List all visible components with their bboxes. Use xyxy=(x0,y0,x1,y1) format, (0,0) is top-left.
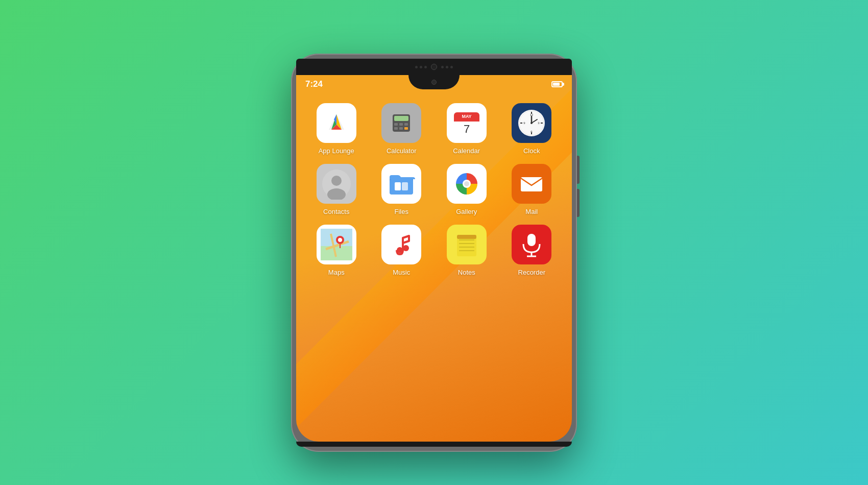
notch xyxy=(408,75,460,89)
svg-rect-11 xyxy=(394,127,398,130)
app-item-clock[interactable]: 12 3 6 9 Clock xyxy=(502,103,562,155)
volume-down-button[interactable] xyxy=(577,189,580,217)
svg-point-31 xyxy=(531,122,533,124)
svg-rect-49 xyxy=(321,229,352,246)
app-icon-recorder xyxy=(512,225,551,264)
phone-top-bar xyxy=(296,59,572,75)
svg-point-53 xyxy=(338,238,342,242)
app-item-files[interactable]: Files xyxy=(372,164,432,215)
svg-rect-45 xyxy=(521,177,542,191)
app-icon-mail xyxy=(512,164,551,204)
app-icon-music xyxy=(381,225,421,264)
svg-rect-8 xyxy=(394,123,398,126)
app-label-contacts: Contacts xyxy=(323,208,349,215)
app-item-calendar[interactable]: MAY 7 Calendar xyxy=(437,103,497,155)
app-icon-app-lounge xyxy=(317,103,356,143)
app-item-maps[interactable]: Maps xyxy=(306,225,367,276)
svg-rect-55 xyxy=(385,229,417,260)
app-label-calculator: Calculator xyxy=(387,147,417,155)
svg-text:7: 7 xyxy=(464,123,470,135)
svg-rect-13 xyxy=(404,127,408,130)
battery-icon xyxy=(551,81,563,87)
front-camera xyxy=(431,64,437,70)
svg-text:MAY: MAY xyxy=(462,114,471,119)
svg-point-57 xyxy=(403,245,409,251)
app-grid: App Lounge Ca xyxy=(306,103,562,276)
svg-point-41 xyxy=(464,181,469,186)
phone-bottom-bar xyxy=(296,442,572,447)
app-label-recorder: Recorder xyxy=(518,269,545,276)
svg-rect-38 xyxy=(402,182,408,190)
svg-rect-64 xyxy=(457,235,476,239)
app-item-gallery[interactable]: Gallery xyxy=(437,164,497,215)
app-label-calendar: Calendar xyxy=(453,147,480,155)
app-icon-calendar: MAY 7 xyxy=(447,103,487,143)
app-label-mail: Mail xyxy=(525,208,538,215)
svg-rect-10 xyxy=(404,123,408,126)
volume-up-button[interactable] xyxy=(577,156,580,184)
status-time: 7:24 xyxy=(305,79,323,89)
app-icon-clock: 12 3 6 9 xyxy=(512,103,551,143)
status-icons xyxy=(551,81,563,87)
speaker-grille xyxy=(415,66,427,68)
phone-device: 7:24 xyxy=(291,54,577,452)
svg-rect-37 xyxy=(395,182,401,190)
app-label-app-lounge: App Lounge xyxy=(319,147,354,155)
app-item-app-lounge[interactable]: App Lounge xyxy=(306,103,367,155)
app-icon-files xyxy=(381,164,421,204)
svg-rect-12 xyxy=(399,127,403,130)
app-label-maps: Maps xyxy=(328,269,345,276)
svg-rect-36 xyxy=(390,179,413,195)
phone-screen: 7:24 xyxy=(296,75,572,442)
speaker-grille-2 xyxy=(441,66,453,68)
app-icon-calculator xyxy=(381,103,421,143)
app-item-music[interactable]: Music xyxy=(372,225,432,276)
app-label-music: Music xyxy=(393,269,410,276)
app-label-notes: Notes xyxy=(458,269,475,276)
app-item-notes[interactable]: Notes xyxy=(437,225,497,276)
app-label-files: Files xyxy=(395,208,408,215)
svg-rect-9 xyxy=(399,123,403,126)
app-item-mail[interactable]: Mail xyxy=(502,164,562,215)
svg-rect-66 xyxy=(527,234,536,246)
app-item-calculator[interactable]: Calculator xyxy=(372,103,432,155)
app-icon-maps xyxy=(317,225,356,264)
svg-point-33 xyxy=(331,176,342,186)
notch-camera xyxy=(431,80,437,85)
app-icon-notes xyxy=(447,225,487,264)
app-item-contacts[interactable]: Contacts xyxy=(306,164,367,215)
app-icon-gallery xyxy=(447,164,487,204)
app-label-gallery: Gallery xyxy=(456,208,477,215)
app-icon-contacts xyxy=(317,164,356,204)
app-label-clock: Clock xyxy=(523,147,540,155)
svg-point-56 xyxy=(397,247,403,253)
app-item-recorder[interactable]: Recorder xyxy=(502,225,562,276)
svg-rect-7 xyxy=(394,116,408,121)
svg-rect-48 xyxy=(321,245,352,260)
